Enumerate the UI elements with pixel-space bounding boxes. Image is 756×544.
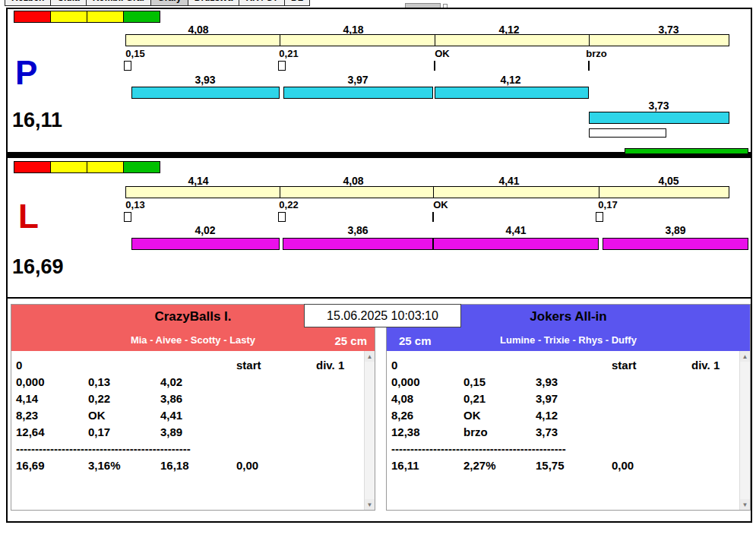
result-row: 12,38 brzo 3,73	[387, 424, 750, 441]
result-cell: 0	[16, 357, 22, 374]
status-light-yellow-1	[50, 161, 87, 173]
result-cell: 0,13	[88, 374, 110, 391]
total-net: 15,75	[536, 457, 565, 474]
tab-bar: Rozbeh Cidlá Kombi. Graf Grafy Družstvá …	[5, 0, 310, 6]
result-cell: 0,22	[88, 391, 110, 407]
split-timebar-l	[125, 186, 729, 198]
status-light-red	[14, 11, 51, 23]
scroll-down-button[interactable]: ▼	[365, 499, 375, 510]
tab-druzstva[interactable]: Družstvá	[188, 0, 240, 6]
result-row: 0,000 0,13 4,02	[11, 374, 375, 391]
sensor-marker-square	[278, 212, 286, 222]
total-penalty: 0,00	[236, 457, 258, 474]
leg-time-label: 4,02	[182, 224, 228, 236]
status-light-yellow-2	[87, 11, 124, 23]
team-runners-right: Lumine - Trixie - Rhys - Duffy	[387, 328, 750, 351]
split-segment	[434, 187, 599, 198]
tab-kombi-graf[interactable]: Kombi. Graf	[87, 0, 152, 6]
status-light-green	[123, 11, 160, 23]
status-light-red	[14, 161, 51, 173]
result-row: 4,08 0,21 3,97	[387, 391, 750, 407]
table-scrollbar-right[interactable]: ▲ ▼	[739, 351, 750, 510]
scroll-up-button[interactable]: ▲	[740, 351, 750, 362]
split-segment	[280, 35, 435, 46]
team-results-right: 0 start div. 1 0,000 0,15 3,93 4,08 0,21…	[387, 351, 750, 510]
leg-bar	[131, 87, 280, 99]
result-row: 12,64 0,17 3,89	[11, 424, 375, 441]
team-panel-left: CrazyBalls I. Mia - Aivee - Scotty - Las…	[11, 304, 375, 511]
result-total-row: 16,69 3,16% 16,18 0,00	[11, 457, 375, 474]
leg-bar	[433, 238, 599, 250]
tab-kr-st[interactable]: KR / ST	[239, 0, 285, 6]
total-percent: 3,16%	[88, 457, 121, 474]
result-separator-row: ----------------------------------------…	[387, 441, 750, 457]
exchange-mark-label: 0,17	[587, 199, 629, 210]
datetime-display: 15.06.2025 10:03:10	[304, 304, 461, 327]
result-cell: 12,38	[391, 424, 420, 441]
table-scrollbar-left[interactable]: ▲ ▼	[364, 351, 375, 510]
tab-dl[interactable]: DL	[285, 0, 310, 6]
result-separator: ----------------------------------------…	[391, 441, 613, 457]
track-length-right: 25 cm	[399, 334, 432, 347]
result-cell: 0,21	[463, 391, 486, 407]
leg-time-label: 3,93	[182, 74, 228, 86]
sensor-marker-line	[588, 61, 590, 71]
leg-bar	[589, 112, 729, 124]
leg-time-label: 4,12	[488, 74, 533, 86]
result-cell: 8,23	[16, 407, 38, 424]
lane-l-total: 16,69	[12, 257, 64, 277]
status-lights-l	[14, 161, 160, 173]
tab-cidla[interactable]: Cidlá	[51, 0, 86, 6]
track-length-left: 25 cm	[334, 334, 367, 347]
leg-time-label: 3,97	[335, 74, 381, 86]
graph-table-divider	[8, 297, 751, 299]
split-time-label: 4,41	[486, 175, 532, 187]
leg-time-label: 3,89	[653, 224, 698, 236]
status-light-yellow-1	[50, 11, 87, 23]
split-time-label: 4,08	[331, 175, 376, 187]
app-window: Rozbeh Cidlá Kombi. Graf Grafy Družstvá …	[0, 0, 756, 544]
scroll-down-button[interactable]: ▼	[740, 499, 750, 510]
status-light-yellow-2	[87, 161, 124, 173]
team-panel-right: Jokers All-in Lumine - Trixie - Rhys - D…	[386, 304, 751, 511]
exchange-mark-label: 0,13	[114, 199, 157, 210]
result-cell: 3,97	[536, 391, 558, 407]
result-row: 0,000 0,15 3,93	[387, 374, 750, 391]
lane-p-letter: P	[15, 56, 37, 90]
outline-bar	[589, 128, 666, 138]
split-segment	[435, 35, 590, 46]
total-time: 16,11	[391, 457, 419, 474]
result-cell: 4,02	[160, 374, 182, 391]
leg-bar	[283, 238, 433, 250]
result-row: 4,14 0,22 3,86	[11, 391, 375, 407]
total-net: 16,18	[160, 457, 189, 474]
total-time: 16,69	[16, 457, 45, 474]
result-cell: 3,86	[160, 391, 182, 407]
leg-bar	[131, 238, 280, 250]
tab-grafy[interactable]: Grafy	[151, 0, 188, 6]
tab-rozbeh[interactable]: Rozbeh	[5, 0, 51, 6]
result-cell: 0,000	[16, 374, 45, 391]
split-time-label: 4,14	[176, 175, 221, 187]
result-total-row: 16,11 2,27% 15,75 0,00	[387, 457, 750, 474]
result-header-row: 0 start div. 1	[387, 357, 750, 374]
split-time-label: 4,05	[646, 175, 691, 187]
lane-p-total: 16,11	[12, 110, 62, 131]
result-separator: ----------------------------------------…	[16, 441, 238, 457]
split-segment	[590, 35, 729, 46]
leg-time-label: 3,73	[636, 100, 682, 112]
scroll-up-button[interactable]: ▲	[365, 351, 375, 362]
team-runners-left: Mia - Aivee - Scotty - Lasty	[11, 328, 375, 351]
result-row: 8,26 OK 4,12	[387, 407, 750, 424]
sensor-marker-square	[596, 212, 603, 222]
status-lights-p	[14, 11, 160, 23]
result-cell: 4,41	[160, 407, 182, 424]
exchange-mark-label: OK	[421, 48, 463, 59]
exchange-mark-label: 0,15	[114, 48, 157, 59]
leg-bar	[603, 238, 748, 250]
result-cell: start	[236, 357, 261, 374]
result-cell: 3,93	[536, 374, 558, 391]
leg-time-label: 4,41	[493, 224, 539, 236]
result-cell: 4,12	[536, 407, 558, 424]
team-results-left: 0 start div. 1 0,000 0,13 4,02 4,14 0,22…	[11, 351, 375, 510]
